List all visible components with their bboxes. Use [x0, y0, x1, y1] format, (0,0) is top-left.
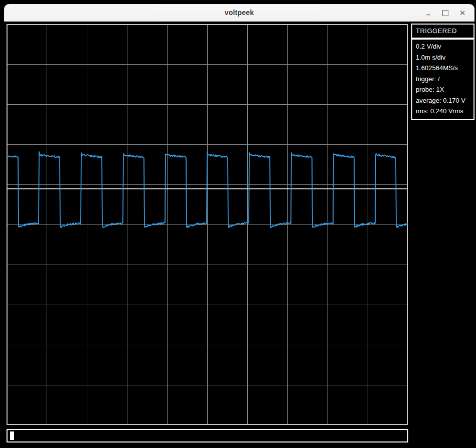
- scope-grid: [7, 24, 408, 425]
- minimize-icon: –: [426, 11, 430, 18]
- window-title: voltpeek: [225, 9, 254, 17]
- stat-trigger-edge: trigger: /: [412, 74, 473, 85]
- maximize-button[interactable]: [440, 8, 450, 18]
- text-cursor: [10, 431, 14, 440]
- scope-display: [7, 24, 408, 425]
- trigger-status-badge: TRIGGERED: [411, 24, 474, 39]
- titlebar: voltpeek – ✕: [4, 4, 474, 22]
- stat-probe: probe: 1X: [412, 84, 473, 95]
- minimize-button[interactable]: –: [423, 8, 433, 18]
- close-button[interactable]: ✕: [457, 8, 467, 18]
- scope-stats: 0.2 V/div 1.0m s/div 1.602564MS/s trigge…: [411, 39, 474, 120]
- stat-average: average: 0.170 V: [412, 95, 473, 106]
- stat-rms: rms: 0.240 Vrms: [412, 106, 473, 117]
- stat-volts-per-div: 0.2 V/div: [412, 41, 473, 52]
- close-icon: ✕: [459, 9, 466, 17]
- stat-sample-rate: 1.602564MS/s: [412, 63, 473, 74]
- command-input[interactable]: [7, 429, 408, 442]
- app-window: { "window": { "title": "voltpeek", "cont…: [0, 0, 476, 448]
- scope-canvas: [7, 24, 408, 425]
- maximize-icon: [442, 10, 448, 16]
- window-controls: – ✕: [423, 4, 467, 22]
- info-panel: TRIGGERED 0.2 V/div 1.0m s/div 1.602564M…: [411, 24, 474, 120]
- stat-time-per-div: 1.0m s/div: [412, 52, 473, 63]
